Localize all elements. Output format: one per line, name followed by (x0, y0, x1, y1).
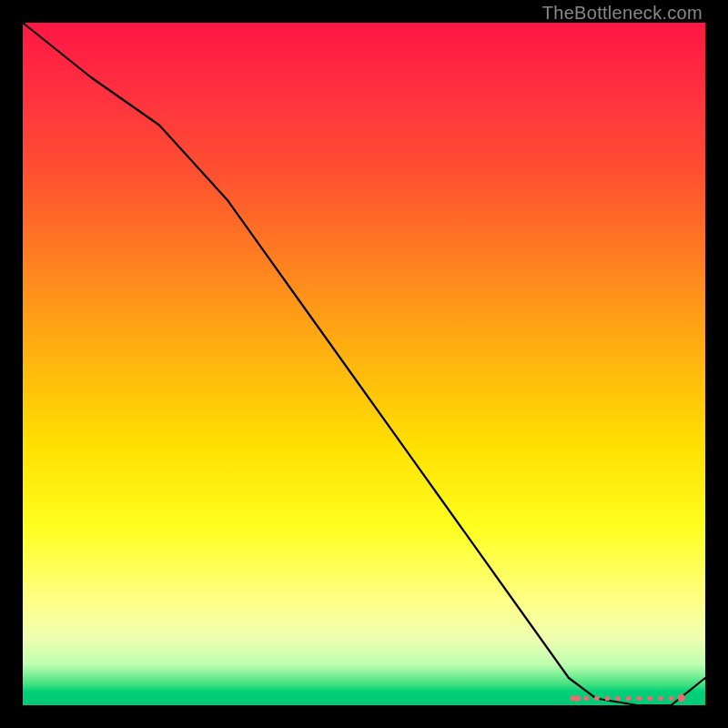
watermark-text: TheBottleneck.com (542, 3, 703, 24)
curve-line (23, 23, 705, 705)
chart-frame: TheBottleneck.com (0, 0, 728, 728)
chart-svg (23, 23, 705, 705)
svg-rect-1 (583, 696, 589, 701)
svg-rect-11 (571, 696, 581, 702)
svg-rect-5 (626, 696, 632, 701)
svg-point-10 (678, 694, 685, 702)
svg-rect-6 (637, 696, 642, 701)
svg-rect-4 (615, 696, 621, 701)
svg-rect-2 (594, 696, 600, 701)
svg-rect-8 (658, 696, 663, 701)
svg-rect-9 (669, 696, 674, 701)
flat-segment-markers (571, 694, 686, 702)
svg-rect-7 (647, 696, 652, 701)
svg-rect-3 (605, 696, 611, 701)
